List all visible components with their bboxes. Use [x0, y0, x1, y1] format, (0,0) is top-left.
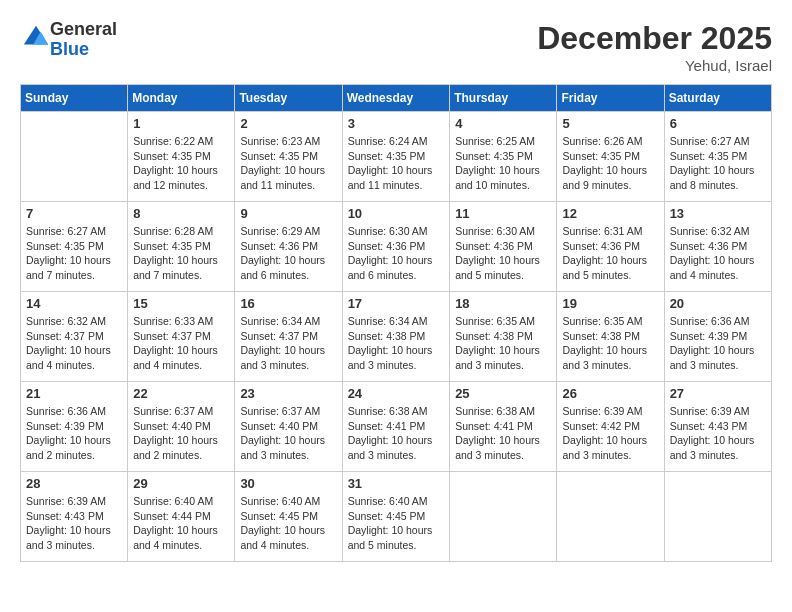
day-number: 10 — [348, 206, 445, 221]
calendar-day-cell: 23Sunrise: 6:37 AMSunset: 4:40 PMDayligh… — [235, 382, 342, 472]
day-info: Sunrise: 6:35 AMSunset: 4:38 PMDaylight:… — [562, 314, 658, 373]
day-number: 30 — [240, 476, 336, 491]
day-number: 16 — [240, 296, 336, 311]
calendar-header-cell: Tuesday — [235, 85, 342, 112]
day-number: 29 — [133, 476, 229, 491]
calendar-day-cell: 10Sunrise: 6:30 AMSunset: 4:36 PMDayligh… — [342, 202, 450, 292]
day-info: Sunrise: 6:27 AMSunset: 4:35 PMDaylight:… — [26, 224, 122, 283]
day-info: Sunrise: 6:40 AMSunset: 4:44 PMDaylight:… — [133, 494, 229, 553]
calendar-header-row: SundayMondayTuesdayWednesdayThursdayFrid… — [21, 85, 772, 112]
calendar-week-row: 28Sunrise: 6:39 AMSunset: 4:43 PMDayligh… — [21, 472, 772, 562]
day-number: 13 — [670, 206, 766, 221]
day-number: 9 — [240, 206, 336, 221]
day-info: Sunrise: 6:36 AMSunset: 4:39 PMDaylight:… — [670, 314, 766, 373]
calendar-day-cell: 15Sunrise: 6:33 AMSunset: 4:37 PMDayligh… — [128, 292, 235, 382]
day-info: Sunrise: 6:26 AMSunset: 4:35 PMDaylight:… — [562, 134, 658, 193]
calendar-header-cell: Wednesday — [342, 85, 450, 112]
calendar-day-cell — [664, 472, 771, 562]
day-info: Sunrise: 6:25 AMSunset: 4:35 PMDaylight:… — [455, 134, 551, 193]
calendar-day-cell: 1Sunrise: 6:22 AMSunset: 4:35 PMDaylight… — [128, 112, 235, 202]
location: Yehud, Israel — [537, 57, 772, 74]
calendar-day-cell: 19Sunrise: 6:35 AMSunset: 4:38 PMDayligh… — [557, 292, 664, 382]
calendar-day-cell: 11Sunrise: 6:30 AMSunset: 4:36 PMDayligh… — [450, 202, 557, 292]
calendar-day-cell: 28Sunrise: 6:39 AMSunset: 4:43 PMDayligh… — [21, 472, 128, 562]
day-info: Sunrise: 6:36 AMSunset: 4:39 PMDaylight:… — [26, 404, 122, 463]
day-number: 28 — [26, 476, 122, 491]
logo-icon — [22, 24, 50, 52]
logo: General Blue — [20, 20, 117, 60]
day-info: Sunrise: 6:29 AMSunset: 4:36 PMDaylight:… — [240, 224, 336, 283]
calendar-header-cell: Friday — [557, 85, 664, 112]
day-info: Sunrise: 6:31 AMSunset: 4:36 PMDaylight:… — [562, 224, 658, 283]
calendar-header-cell: Monday — [128, 85, 235, 112]
day-number: 18 — [455, 296, 551, 311]
calendar-week-row: 14Sunrise: 6:32 AMSunset: 4:37 PMDayligh… — [21, 292, 772, 382]
logo-text: General Blue — [50, 20, 117, 60]
calendar-day-cell: 18Sunrise: 6:35 AMSunset: 4:38 PMDayligh… — [450, 292, 557, 382]
day-number: 15 — [133, 296, 229, 311]
day-number: 4 — [455, 116, 551, 131]
day-info: Sunrise: 6:22 AMSunset: 4:35 PMDaylight:… — [133, 134, 229, 193]
day-info: Sunrise: 6:38 AMSunset: 4:41 PMDaylight:… — [455, 404, 551, 463]
calendar-day-cell: 30Sunrise: 6:40 AMSunset: 4:45 PMDayligh… — [235, 472, 342, 562]
calendar-day-cell — [21, 112, 128, 202]
calendar-day-cell: 9Sunrise: 6:29 AMSunset: 4:36 PMDaylight… — [235, 202, 342, 292]
calendar-day-cell: 17Sunrise: 6:34 AMSunset: 4:38 PMDayligh… — [342, 292, 450, 382]
calendar-day-cell: 25Sunrise: 6:38 AMSunset: 4:41 PMDayligh… — [450, 382, 557, 472]
day-info: Sunrise: 6:30 AMSunset: 4:36 PMDaylight:… — [455, 224, 551, 283]
day-number: 17 — [348, 296, 445, 311]
calendar-day-cell: 14Sunrise: 6:32 AMSunset: 4:37 PMDayligh… — [21, 292, 128, 382]
day-number: 2 — [240, 116, 336, 131]
calendar-day-cell: 8Sunrise: 6:28 AMSunset: 4:35 PMDaylight… — [128, 202, 235, 292]
calendar-day-cell: 3Sunrise: 6:24 AMSunset: 4:35 PMDaylight… — [342, 112, 450, 202]
day-info: Sunrise: 6:39 AMSunset: 4:42 PMDaylight:… — [562, 404, 658, 463]
day-info: Sunrise: 6:40 AMSunset: 4:45 PMDaylight:… — [348, 494, 445, 553]
calendar-day-cell: 5Sunrise: 6:26 AMSunset: 4:35 PMDaylight… — [557, 112, 664, 202]
day-number: 26 — [562, 386, 658, 401]
calendar-table: SundayMondayTuesdayWednesdayThursdayFrid… — [20, 84, 772, 562]
day-info: Sunrise: 6:33 AMSunset: 4:37 PMDaylight:… — [133, 314, 229, 373]
day-number: 11 — [455, 206, 551, 221]
calendar-day-cell: 4Sunrise: 6:25 AMSunset: 4:35 PMDaylight… — [450, 112, 557, 202]
calendar-header-cell: Sunday — [21, 85, 128, 112]
calendar-header: SundayMondayTuesdayWednesdayThursdayFrid… — [21, 85, 772, 112]
calendar-header-cell: Saturday — [664, 85, 771, 112]
logo-blue: Blue — [50, 40, 117, 60]
day-number: 5 — [562, 116, 658, 131]
day-info: Sunrise: 6:38 AMSunset: 4:41 PMDaylight:… — [348, 404, 445, 463]
calendar-day-cell: 21Sunrise: 6:36 AMSunset: 4:39 PMDayligh… — [21, 382, 128, 472]
calendar-day-cell: 6Sunrise: 6:27 AMSunset: 4:35 PMDaylight… — [664, 112, 771, 202]
calendar-day-cell: 29Sunrise: 6:40 AMSunset: 4:44 PMDayligh… — [128, 472, 235, 562]
day-info: Sunrise: 6:37 AMSunset: 4:40 PMDaylight:… — [133, 404, 229, 463]
day-info: Sunrise: 6:30 AMSunset: 4:36 PMDaylight:… — [348, 224, 445, 283]
day-number: 31 — [348, 476, 445, 491]
day-number: 12 — [562, 206, 658, 221]
calendar-day-cell: 16Sunrise: 6:34 AMSunset: 4:37 PMDayligh… — [235, 292, 342, 382]
day-info: Sunrise: 6:34 AMSunset: 4:38 PMDaylight:… — [348, 314, 445, 373]
title-section: December 2025 Yehud, Israel — [537, 20, 772, 74]
calendar-day-cell — [450, 472, 557, 562]
day-info: Sunrise: 6:37 AMSunset: 4:40 PMDaylight:… — [240, 404, 336, 463]
day-info: Sunrise: 6:24 AMSunset: 4:35 PMDaylight:… — [348, 134, 445, 193]
day-number: 8 — [133, 206, 229, 221]
day-number: 20 — [670, 296, 766, 311]
day-number: 3 — [348, 116, 445, 131]
day-number: 23 — [240, 386, 336, 401]
day-info: Sunrise: 6:40 AMSunset: 4:45 PMDaylight:… — [240, 494, 336, 553]
day-number: 27 — [670, 386, 766, 401]
calendar-week-row: 7Sunrise: 6:27 AMSunset: 4:35 PMDaylight… — [21, 202, 772, 292]
calendar-day-cell: 22Sunrise: 6:37 AMSunset: 4:40 PMDayligh… — [128, 382, 235, 472]
day-info: Sunrise: 6:39 AMSunset: 4:43 PMDaylight:… — [26, 494, 122, 553]
calendar-day-cell: 20Sunrise: 6:36 AMSunset: 4:39 PMDayligh… — [664, 292, 771, 382]
calendar-day-cell: 31Sunrise: 6:40 AMSunset: 4:45 PMDayligh… — [342, 472, 450, 562]
day-info: Sunrise: 6:28 AMSunset: 4:35 PMDaylight:… — [133, 224, 229, 283]
day-number: 7 — [26, 206, 122, 221]
calendar-week-row: 1Sunrise: 6:22 AMSunset: 4:35 PMDaylight… — [21, 112, 772, 202]
day-number: 19 — [562, 296, 658, 311]
day-info: Sunrise: 6:32 AMSunset: 4:36 PMDaylight:… — [670, 224, 766, 283]
day-info: Sunrise: 6:35 AMSunset: 4:38 PMDaylight:… — [455, 314, 551, 373]
calendar-day-cell — [557, 472, 664, 562]
month-title: December 2025 — [537, 20, 772, 57]
calendar-body: 1Sunrise: 6:22 AMSunset: 4:35 PMDaylight… — [21, 112, 772, 562]
logo-general: General — [50, 20, 117, 40]
